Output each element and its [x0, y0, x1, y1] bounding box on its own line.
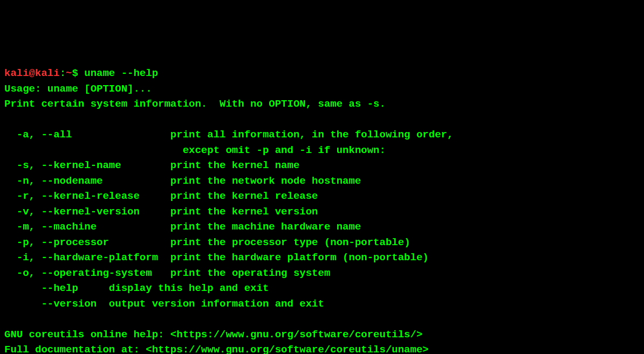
command-text: uname --help	[84, 67, 158, 79]
option-line: -v, --kernel-version print the kernel ve…	[4, 206, 318, 218]
footer-line-2: Full documentation at: <https://www.gnu.…	[4, 344, 429, 354]
option-line: -a, --all print all information, in the …	[4, 129, 453, 141]
prompt-path: ~	[66, 67, 72, 79]
option-line: -m, --machine print the machine hardware…	[4, 221, 361, 233]
option-line: -s, --kernel-name print the kernel name	[4, 159, 299, 171]
option-line: -o, --operating-system print the operati…	[4, 267, 330, 279]
option-line: -r, --kernel-release print the kernel re…	[4, 190, 318, 202]
terminal-output[interactable]: kali@kali:~$ uname --help Usage: uname […	[4, 66, 640, 354]
option-line: --help display this help and exit	[4, 282, 269, 294]
description-line: Print certain system information. With n…	[4, 98, 386, 110]
prompt-colon: :	[60, 67, 66, 79]
option-line: -i, --hardware-platform print the hardwa…	[4, 252, 429, 263]
prompt-at: @	[29, 67, 35, 79]
prompt-line-1: kali@kali:~$ uname --help	[4, 67, 158, 79]
option-line: -n, --nodename print the network node ho…	[4, 175, 361, 187]
usage-line: Usage: uname [OPTION]...	[4, 83, 152, 95]
option-line: except omit -p and -i if unknown:	[4, 144, 386, 156]
option-line: --version output version information and…	[4, 298, 324, 310]
footer-line-1: GNU coreutils online help: <https://www.…	[4, 329, 422, 341]
prompt-dollar: $	[72, 67, 78, 79]
option-line: -p, --processor print the processor type…	[4, 237, 410, 248]
prompt-host: kali	[35, 67, 60, 79]
prompt-user: kali	[4, 67, 29, 79]
